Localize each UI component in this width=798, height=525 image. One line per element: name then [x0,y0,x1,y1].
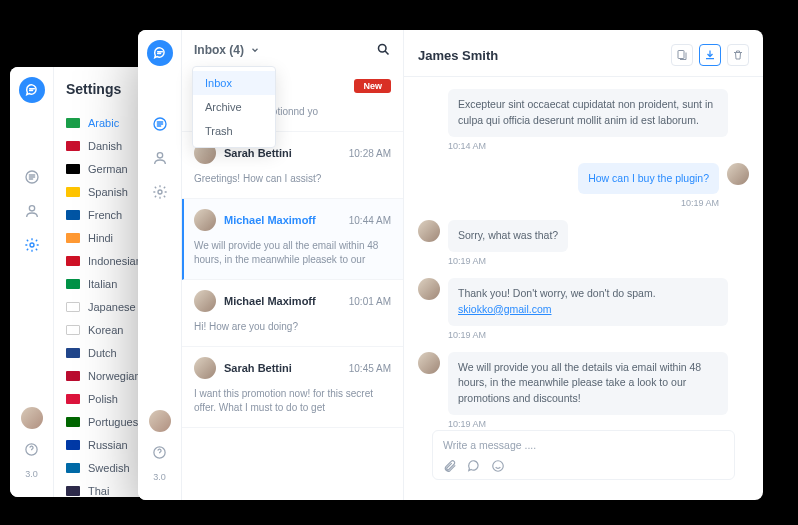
flag-icon [66,348,80,358]
language-label: Dutch [88,347,117,359]
flag-icon [66,210,80,220]
dropdown-item-inbox[interactable]: Inbox [193,71,275,95]
avatar [418,220,440,242]
chevron-down-icon [250,45,260,55]
message-row: How can I buy the plugin? [418,163,749,195]
language-label: French [88,209,122,221]
svg-rect-9 [678,51,684,59]
flag-icon [66,233,80,243]
download-icon[interactable] [699,44,721,66]
flag-icon [66,417,80,427]
inbox-window: 3.0 Inbox (4) Inbox Archive Trash sa Sat… [138,30,763,500]
avatar [194,209,216,231]
language-label: Spanish [88,186,128,198]
attachment-icon[interactable] [443,459,457,473]
conversations-icon[interactable] [150,114,170,134]
flag-icon [66,187,80,197]
message-row: We will provide you all the details via … [418,352,749,415]
avatar [194,290,216,312]
language-label: Portuguese [88,416,144,428]
help-icon[interactable] [150,442,170,462]
conversation-item[interactable]: Michael Maximoff10:44 AMWe will provide … [182,199,403,280]
conversation-preview: We will provide you all the email within… [194,239,391,267]
language-label: Japanese [88,301,136,313]
flag-icon [66,394,80,404]
conversation-preview: I want this promotion now! for this secr… [194,387,391,415]
help-icon[interactable] [22,439,42,459]
avatar[interactable] [149,410,171,432]
app-logo [147,40,173,66]
flag-icon [66,279,80,289]
dropdown-item-archive[interactable]: Archive [193,95,275,119]
language-label: Norwegian [88,370,141,382]
flag-icon [66,463,80,473]
avatar[interactable] [21,407,43,429]
emoji-icon[interactable] [491,459,505,473]
message-list: Excepteur sint occaecat cupidatat non pr… [404,77,763,428]
message-bubble: How can I buy the plugin? [578,163,719,195]
users-icon[interactable] [22,201,42,221]
email-link[interactable]: skiokko@gmail.com [458,303,552,315]
language-label: Polish [88,393,118,405]
conversation-time: 10:28 AM [349,148,391,159]
avatar [418,278,440,300]
flag-icon [66,164,80,174]
message-time: 10:19 AM [448,419,749,428]
conversation-item[interactable]: Sarah Bettini10:45 AMI want this promoti… [182,347,403,428]
saved-reply-icon[interactable] [467,459,481,473]
front-sidebar-rail: 3.0 [138,30,182,500]
message-row: Thank you! Don't worry, we don't do spam… [418,278,749,326]
trash-icon[interactable] [727,44,749,66]
composer: Write a message .... [418,428,749,490]
message-bubble: Excepteur sint occaecat cupidatat non pr… [448,89,728,137]
message-time: 10:14 AM [448,141,749,151]
svg-point-1 [29,206,34,211]
inbox-dropdown: Inbox Archive Trash [192,66,276,148]
chat-icon[interactable] [22,167,42,187]
message-input[interactable]: Write a message .... [443,439,724,459]
version-label: 3.0 [153,472,166,482]
language-label: Danish [88,140,122,152]
settings-icon[interactable] [22,235,42,255]
conversation-time: 10:01 AM [349,296,391,307]
language-label: Indonesian [88,255,142,267]
dropdown-item-trash[interactable]: Trash [193,119,275,143]
flag-icon [66,325,80,335]
language-label: Arabic [88,117,119,129]
message-row: Sorry, what was that? [418,220,749,252]
inbox-selector[interactable]: Inbox (4) [194,43,260,57]
flag-icon [66,256,80,266]
conversation-item[interactable]: Michael Maximoff10:01 AMHi! How are you … [182,280,403,347]
conversation-preview: Hi! How are you doing? [194,320,391,334]
chat-title: James Smith [418,48,498,63]
transcript-icon[interactable] [671,44,693,66]
conversation-preview: Greetings! How can I assist? [194,172,391,186]
language-label: Swedish [88,462,130,474]
svg-point-8 [379,45,387,53]
svg-point-10 [493,461,504,472]
settings-icon[interactable] [150,182,170,202]
flag-icon [66,371,80,381]
new-badge: New [354,79,391,93]
language-label: Hindi [88,232,113,244]
users-icon[interactable] [150,148,170,168]
message-time: 10:19 AM [418,198,719,208]
language-label: Thai [88,485,109,497]
flag-icon [66,302,80,312]
message-row: Excepteur sint occaecat cupidatat non pr… [418,89,749,137]
message-bubble: Sorry, what was that? [448,220,568,252]
conversation-time: 10:45 AM [349,363,391,374]
avatar [418,352,440,374]
search-icon[interactable] [376,42,391,57]
language-label: Korean [88,324,123,336]
flag-icon [66,118,80,128]
conversation-name: Michael Maximoff [224,295,316,307]
message-bubble: Thank you! Don't worry, we don't do spam… [448,278,728,326]
version-label: 3.0 [25,469,38,479]
language-label: Italian [88,278,117,290]
avatar [194,357,216,379]
flag-icon [66,486,80,496]
message-time: 10:19 AM [448,256,749,266]
language-label: Russian [88,439,128,451]
svg-point-5 [157,153,162,158]
